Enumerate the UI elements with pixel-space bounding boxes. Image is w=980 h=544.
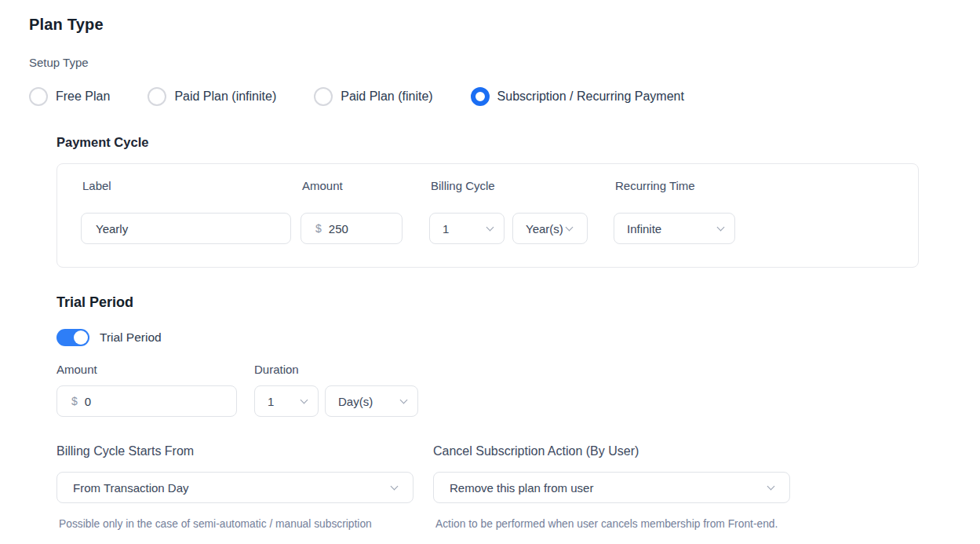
currency-symbol: $ (315, 222, 322, 235)
cancel-subscription-action-value: Remove this plan from user (450, 481, 593, 495)
chevron-down-icon (400, 396, 408, 403)
chevron-down-icon (486, 223, 494, 231)
column-header-amount: Amount (301, 179, 403, 192)
trial-amount-input[interactable]: $ 0 (56, 385, 237, 417)
radio-paid-plan-finite-label: Paid Plan (finite) (341, 89, 432, 104)
billing-cycle-starts-from-label: Billing Cycle Starts From (56, 444, 413, 458)
trial-duration-count-value: 1 (268, 395, 274, 408)
radio-subscription-recurring-label: Subscription / Recurring Payment (497, 89, 684, 104)
radio-selected-icon[interactable] (471, 87, 490, 106)
cancel-subscription-action-label: Cancel Subscription Action (By User) (433, 444, 790, 458)
trial-period-heading: Trial Period (56, 294, 980, 311)
cycle-label-input[interactable]: Yearly (81, 213, 291, 244)
column-header-billing-cycle: Billing Cycle (429, 179, 588, 192)
radio-paid-plan-infinite[interactable]: Paid Plan (infinite) (148, 87, 276, 106)
chevron-down-icon (565, 223, 573, 231)
cycle-label-value: Yearly (96, 222, 128, 235)
page-title: Plan Type (29, 16, 980, 34)
trial-period-toggle-label: Trial Period (100, 330, 162, 345)
recurring-time-value: Infinite (627, 222, 661, 235)
payment-cycle-box: Label Yearly Amount $ 250 (56, 163, 919, 268)
trial-amount-value: 0 (85, 395, 91, 408)
currency-symbol: $ (71, 395, 78, 407)
cycle-amount-value: 250 (329, 222, 348, 235)
trial-period-toggle[interactable] (56, 329, 89, 346)
trial-duration-unit-select[interactable]: Day(s) (325, 385, 418, 417)
radio-paid-plan-infinite-label: Paid Plan (infinite) (174, 89, 276, 104)
payment-cycle-heading: Payment Cycle (56, 135, 980, 150)
cycle-amount-input[interactable]: $ 250 (301, 213, 403, 244)
billing-cycle-count-value: 1 (443, 222, 449, 235)
plan-type-panel: Plan Type Setup Type Free Plan Paid Plan… (0, 0, 980, 531)
trial-amount-label: Amount (56, 363, 254, 376)
trial-duration-label: Duration (254, 363, 299, 376)
trial-duration-unit-value: Day(s) (338, 395, 373, 408)
radio-unselected-icon[interactable] (148, 87, 166, 106)
column-header-recurring-time: Recurring Time (614, 179, 735, 192)
setup-type-radio-group: Free Plan Paid Plan (infinite) Paid Plan… (29, 87, 980, 106)
cancel-subscription-action-help: Action to be performed when user cancels… (433, 517, 790, 531)
toggle-knob (74, 330, 88, 345)
chevron-down-icon (391, 482, 399, 490)
chevron-down-icon (301, 396, 308, 403)
billing-cycle-unit-select[interactable]: Year(s) (512, 213, 588, 244)
billing-cycle-starts-from-help: Possible only in the case of semi-automa… (56, 517, 413, 531)
billing-cycle-starts-from-value: From Transaction Day (73, 481, 189, 495)
setup-type-label: Setup Type (29, 56, 980, 69)
radio-free-plan-label: Free Plan (56, 89, 110, 104)
billing-cycle-unit-value: Year(s) (526, 222, 563, 235)
chevron-down-icon (717, 223, 725, 231)
radio-paid-plan-finite[interactable]: Paid Plan (finite) (314, 87, 432, 106)
radio-unselected-icon[interactable] (29, 87, 48, 106)
column-header-label: Label (81, 179, 291, 192)
chevron-down-icon (767, 482, 775, 490)
recurring-time-select[interactable]: Infinite (614, 213, 735, 244)
billing-cycle-count-select[interactable]: 1 (429, 213, 505, 244)
radio-free-plan[interactable]: Free Plan (29, 87, 110, 106)
radio-subscription-recurring[interactable]: Subscription / Recurring Payment (471, 87, 684, 106)
billing-cycle-starts-from-select[interactable]: From Transaction Day (56, 472, 413, 503)
radio-unselected-icon[interactable] (314, 87, 333, 106)
trial-duration-count-select[interactable]: 1 (254, 385, 319, 417)
cancel-subscription-action-select[interactable]: Remove this plan from user (433, 472, 790, 503)
